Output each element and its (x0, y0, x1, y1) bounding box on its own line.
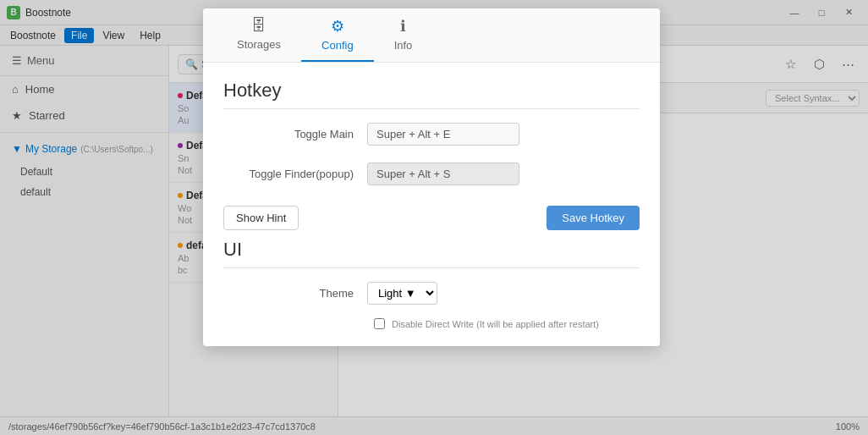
toggle-finder-label: Toggle Finder(popup) (223, 168, 367, 180)
info-tab-icon: ℹ (400, 17, 406, 36)
tab-storages[interactable]: 🗄 Storages (217, 8, 301, 62)
hotkey-section-title: Hotkey (223, 80, 640, 109)
theme-label: Theme (223, 287, 367, 300)
disable-direct-write-label: Disable Direct Write (It will be applied… (392, 319, 599, 329)
save-hotkey-button[interactable]: Save Hotkey (547, 206, 640, 230)
storages-tab-icon: 🗄 (251, 17, 266, 35)
tab-info[interactable]: ℹ Info (374, 8, 433, 62)
toggle-main-input[interactable] (367, 123, 519, 146)
dialog-content: Hotkey Toggle Main Toggle Finder(popup) … (203, 63, 660, 346)
show-hint-button[interactable]: Show Hint (223, 206, 299, 230)
info-tab-label: Info (394, 39, 413, 52)
toggle-main-label: Toggle Main (223, 128, 367, 140)
disable-row: Disable Direct Write (It will be applied… (223, 318, 640, 329)
config-tab-label: Config (321, 39, 354, 52)
theme-row: Theme Light ▼ Dark (223, 282, 640, 305)
theme-select[interactable]: Light ▼ Dark (367, 282, 437, 305)
toggle-main-row: Toggle Main (223, 123, 640, 146)
tab-config[interactable]: ⚙ Config (301, 8, 374, 62)
toggle-finder-row: Toggle Finder(popup) (223, 162, 640, 185)
config-tab-icon: ⚙ (331, 17, 344, 36)
disable-direct-write-checkbox[interactable] (374, 318, 385, 329)
settings-dialog: 🗄 Storages ⚙ Config ℹ Info Hotkey Toggle… (203, 8, 660, 346)
storages-tab-label: Storages (237, 38, 281, 51)
toggle-finder-input[interactable] (367, 162, 519, 185)
ui-section-title: UI (223, 239, 640, 268)
dialog-tabs: 🗄 Storages ⚙ Config ℹ Info (203, 8, 660, 63)
hotkey-button-row: Show Hint Save Hotkey (223, 202, 640, 230)
